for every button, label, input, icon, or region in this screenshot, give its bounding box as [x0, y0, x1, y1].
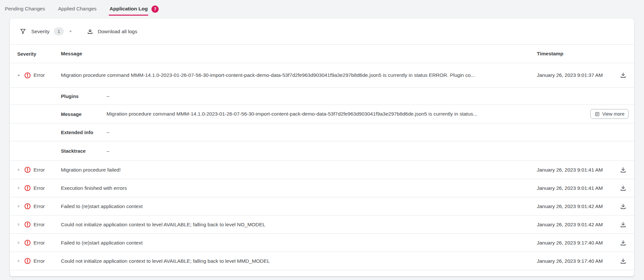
log-toolbar: Severity 1 Download all logs: [10, 19, 634, 45]
log-message: Could not initialize application context…: [61, 222, 537, 228]
severity-value: Error: [34, 72, 45, 78]
download-all-logs-button[interactable]: Download all logs: [87, 28, 137, 35]
log-row[interactable]: Error Could not initialize application c…: [10, 252, 634, 270]
severity-value: Error: [34, 167, 45, 173]
log-message: Failed to (re)start application context: [61, 203, 537, 209]
detail-value: Migration procedure command MMM-14.1.0-2…: [107, 111, 586, 117]
tab-applied-changes[interactable]: Applied Changes: [57, 3, 97, 16]
log-row[interactable]: Error Migration procedure failed! Januar…: [10, 161, 634, 179]
tab-application-log[interactable]: Application Log 7: [109, 3, 159, 16]
log-row[interactable]: Error Migration procedure command MMM-14…: [10, 63, 634, 88]
expand-row-icon[interactable]: [16, 222, 21, 227]
collapse-row-icon[interactable]: [16, 73, 21, 78]
severity-value: Error: [34, 222, 45, 228]
log-timestamp: January 26, 2023 9:01:41 AM: [537, 167, 612, 173]
log-row[interactable]: Error Execution finished with errors Jan…: [10, 179, 634, 197]
view-more-button[interactable]: View more: [590, 109, 629, 119]
detail-value: –: [107, 93, 634, 99]
log-timestamp: January 26, 2023 9:17:40 AM: [537, 240, 612, 246]
log-message: Migration procedure failed!: [61, 167, 537, 173]
error-icon: [24, 203, 31, 210]
download-log-icon[interactable]: [620, 185, 627, 192]
tab-label: Application Log: [109, 3, 148, 16]
severity-value: Error: [34, 203, 45, 209]
severity-value: Error: [34, 185, 45, 191]
table-header-row: Severity Message Timestamp: [10, 45, 634, 63]
log-row[interactable]: Error Failed to (re)start application co…: [10, 234, 634, 252]
detail-value: –: [107, 129, 634, 135]
error-icon: [24, 166, 31, 173]
expand-row-icon[interactable]: [16, 203, 21, 209]
download-log-icon[interactable]: [620, 72, 627, 79]
view-more-label: View more: [602, 111, 624, 117]
severity-value: Error: [34, 258, 45, 264]
error-icon: [24, 239, 31, 246]
log-message: Could not initialize application context…: [61, 258, 537, 264]
expand-row-icon[interactable]: [16, 167, 21, 173]
error-icon: [24, 258, 31, 264]
log-message: Failed to (re)start application context: [61, 240, 537, 246]
expand-row-icon[interactable]: [16, 185, 21, 191]
tab-pending-changes[interactable]: Pending Changes: [4, 3, 46, 16]
download-log-icon[interactable]: [620, 166, 627, 174]
chevron-down-icon[interactable]: [67, 28, 74, 35]
download-log-icon[interactable]: [620, 258, 627, 265]
detail-label: Plugins: [61, 93, 107, 99]
header-message: Message: [61, 51, 537, 57]
detail-label: Message: [61, 111, 107, 117]
expand-row-icon[interactable]: [16, 258, 21, 264]
download-icon: [87, 28, 93, 35]
severity-value: Error: [34, 240, 45, 246]
log-message: Execution finished with errors: [61, 185, 537, 191]
error-icon: [24, 72, 31, 79]
download-log-icon[interactable]: [620, 221, 627, 228]
log-timestamp: January 26, 2023 9:17:40 AM: [537, 258, 612, 264]
detail-row-stacktrace: Stacktrace –: [10, 141, 634, 161]
header-severity: Severity: [10, 51, 61, 57]
detail-value: –: [107, 148, 634, 154]
log-timestamp: January 26, 2023 9:01:37 AM: [537, 72, 612, 78]
tab-label: Applied Changes: [57, 3, 97, 16]
detail-row-extended-info: Extended info –: [10, 123, 634, 141]
severity-filter-count-chip[interactable]: 1: [54, 27, 64, 35]
severity-filter-label: Severity: [31, 29, 50, 35]
application-log-panel: Severity 1 Download all logs Severity Me…: [10, 19, 634, 276]
header-timestamp: Timestamp: [537, 51, 612, 57]
tab-label: Pending Changes: [4, 3, 46, 16]
log-message: Migration procedure command MMM-14.1.0-2…: [61, 72, 537, 78]
log-row[interactable]: Error Failed to (re)start application co…: [10, 197, 634, 216]
error-icon: [24, 185, 31, 191]
download-all-logs-label: Download all logs: [98, 29, 137, 35]
detail-row-plugins: Plugins –: [10, 88, 634, 105]
log-timestamp: January 26, 2023 9:01:41 AM: [537, 185, 612, 191]
detail-label: Stacktrace: [61, 148, 107, 154]
tab-bar: Pending Changes Applied Changes Applicat…: [0, 0, 644, 19]
error-icon: [24, 221, 31, 228]
log-count-badge: 7: [151, 6, 159, 13]
filter-funnel-icon: [20, 28, 26, 35]
log-timestamp: January 26, 2023 9:01:42 AM: [537, 222, 612, 228]
log-row[interactable]: Error Could not initialize application c…: [10, 216, 634, 234]
download-log-icon[interactable]: [620, 239, 627, 246]
detail-row-message: Message Migration procedure command MMM-…: [10, 105, 634, 123]
log-timestamp: January 26, 2023 9:01:42 AM: [537, 203, 612, 209]
detail-label: Extended info: [61, 130, 107, 135]
document-icon: [594, 111, 600, 117]
expand-row-icon[interactable]: [16, 240, 21, 245]
download-log-icon[interactable]: [620, 203, 627, 210]
